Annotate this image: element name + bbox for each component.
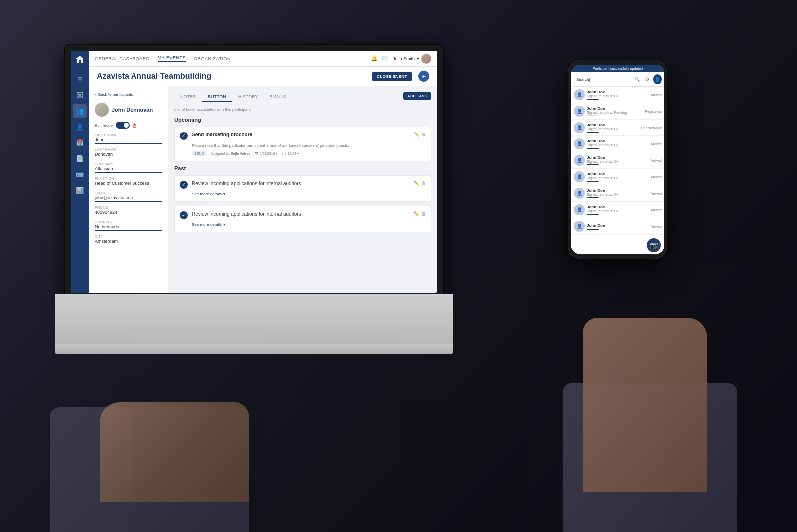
nav-general-dashboard[interactable]: GENERAL DASHBOARD xyxy=(95,56,150,61)
tab-emails[interactable]: EMAILS xyxy=(264,92,292,102)
bell-icon[interactable]: 🔔 xyxy=(371,55,378,62)
mail-icon[interactable]: ✉️ xyxy=(382,55,389,62)
phone-participant-avatar: 👤 xyxy=(574,188,585,199)
phone-participant-avatar: 👤 xyxy=(574,89,585,100)
phone-list-item[interactable]: 👤 John Doe Signature status: Pending Reg… xyxy=(571,103,664,120)
sidebar-icon-media[interactable]: 🖼 xyxy=(73,88,87,102)
phone-bezel: Participant successfully updated 🔍 ⚙ 👤 👤… xyxy=(568,60,667,259)
function-value[interactable]: Head of Customer Success xyxy=(95,181,162,187)
phone-item-info: John Doe Signature status: Ok xyxy=(587,205,649,215)
app-container: ⊞ 🖼 👥 👤 📅 📄 🪪 📊 GENERAL DASHBOARD MY EVE… xyxy=(71,51,437,293)
field-email: Email john@azavista.com xyxy=(95,191,162,202)
nav-my-events[interactable]: MY EVENTS xyxy=(158,55,186,62)
chevron-down-icon-2: ▾ xyxy=(223,222,225,227)
user-menu[interactable]: John Smith ▾ xyxy=(393,54,431,64)
edit-task-icon[interactable]: ✏️ xyxy=(414,132,419,137)
nav-organization[interactable]: ORGANIZATION xyxy=(194,56,231,61)
company-label: Company xyxy=(95,162,162,166)
edit-mode-label: Edit mode xyxy=(95,123,113,128)
phone-camera-icon[interactable]: 📷 xyxy=(647,238,661,252)
phone-participant-avatar: 👤 xyxy=(574,155,585,166)
see-more-details-2[interactable]: See more details ▾ xyxy=(192,222,426,227)
phone-list-item[interactable]: 👤 John Doe Signature status: Ok Checked-… xyxy=(571,120,664,136)
tab-history[interactable]: HISTORY xyxy=(232,92,264,102)
phone-item-badge: Arrived xyxy=(651,208,662,212)
phone-item-badge: Arrived xyxy=(651,142,662,146)
phone-item-badge: Arrived xyxy=(651,192,662,195)
last-name-value[interactable]: Donovan xyxy=(95,152,162,158)
nav-icons: 🔔 ✉️ John Smith ▾ xyxy=(371,54,431,64)
phone-filter-icon[interactable]: ⚙ xyxy=(643,75,651,84)
task-card-upcoming: ✓ Send marketing brochure ✏️ 🗑 Please no… xyxy=(174,127,431,161)
back-to-participants-link[interactable]: < Back to participants xyxy=(95,92,162,97)
phone-search-input[interactable] xyxy=(574,76,631,83)
phone-list-item[interactable]: 👤 John Doe Signature status: Ok Arrived xyxy=(571,136,664,152)
city-value[interactable]: Amsterdam xyxy=(95,239,162,245)
phone-item-name: John Doe xyxy=(587,123,639,127)
past-task-card-1: ✓ Review incoming applications for inter… xyxy=(174,175,431,202)
phone-participant-avatar: 👤 xyxy=(574,221,585,232)
chevron-down-icon: ▾ xyxy=(223,192,225,196)
field-function: Function Head of Customer Success xyxy=(95,177,162,187)
close-event-button[interactable]: CLOSE EVENT xyxy=(372,72,412,81)
task-date[interactable]: 📅 1/23/2019 ▾ xyxy=(254,152,278,156)
delete-participant-icon[interactable]: 🗑 xyxy=(133,123,137,128)
add-event-button[interactable]: + xyxy=(418,71,429,82)
phone-search-icon[interactable]: 🔍 xyxy=(633,75,641,84)
sidebar-icon-document[interactable]: 📄 xyxy=(73,151,87,165)
phone-item-status: Signature status: Ok xyxy=(587,209,649,213)
see-more-details-1[interactable]: See more details ▾ xyxy=(192,192,426,196)
phone-item-progress-bar xyxy=(587,115,599,116)
phone-list-item[interactable]: 👤 John Doe Signature status: Ok Arrived xyxy=(571,169,664,185)
sidebar-icon-calendar[interactable]: 📅 xyxy=(73,135,87,149)
edit-past-task-1-icon[interactable]: ✏️ xyxy=(414,181,419,186)
laptop: ⊞ 🖼 👥 👤 📅 📄 🪪 📊 GENERAL DASHBOARD MY EVE… xyxy=(65,45,443,354)
task-actions: ✏️ 🗑 xyxy=(414,132,426,137)
past-task-1-header: ✓ Review incoming applications for inter… xyxy=(180,181,426,189)
past-task-2-title: Review incoming applications for interna… xyxy=(192,211,410,217)
add-task-button[interactable]: ADD TASK xyxy=(403,92,431,100)
phone-item-progress-bar xyxy=(587,214,599,215)
sidebar-icon-participants[interactable]: 👥 xyxy=(73,104,87,118)
edit-mode-toggle[interactable] xyxy=(116,122,130,129)
company-value[interactable]: Atlassian xyxy=(95,166,162,173)
email-value[interactable]: john@azavista.com xyxy=(95,195,162,202)
phone-list-item[interactable]: 👤 John Doe Signature status: Ok Arrived xyxy=(571,87,664,103)
function-label: Function xyxy=(95,177,162,180)
phone: Participant successfully updated 🔍 ⚙ 👤 👤… xyxy=(568,60,667,259)
phone-item-badge: Arrived xyxy=(651,159,662,162)
sidebar: ⊞ 🖼 👥 👤 📅 📄 🪪 📊 xyxy=(71,51,89,293)
phone-list-item[interactable]: 👤 John Doe Signature status: Ok Arrived xyxy=(571,185,664,202)
phone-item-info: John Doe Signature status: Pending xyxy=(587,106,643,116)
first-name-value[interactable]: John xyxy=(95,137,162,144)
phone-item-name: John Doe xyxy=(587,188,649,193)
task-time[interactable]: 🕐 12:54 ▾ xyxy=(282,152,299,156)
phone-list-item[interactable]: 👤 John Doe Signature status: Ok Arrived xyxy=(571,152,664,169)
task-meta: SEND Assigned to: Sejla Vatres 📅 1/23/20… xyxy=(192,151,426,156)
past-task-2-check-icon: ✓ xyxy=(180,211,188,219)
chevron-down-icon: ▾ xyxy=(417,56,419,61)
sidebar-icon-person[interactable]: 👤 xyxy=(73,120,87,133)
delete-past-task-1-icon[interactable]: 🗑 xyxy=(421,181,426,186)
sidebar-icon-card[interactable]: 🪪 xyxy=(73,167,87,181)
delete-task-icon[interactable]: 🗑 xyxy=(421,132,426,137)
phone-list-item[interactable]: 👤 John Doe Arrived xyxy=(571,218,664,235)
phone-value[interactable]: 482924924 xyxy=(95,210,162,216)
tab-notes[interactable]: NOTES xyxy=(174,92,202,102)
phone-item-info: John Doe Signature status: Ok xyxy=(587,90,649,100)
country-value[interactable]: Netherlands xyxy=(95,224,162,231)
phone-item-progress-bar xyxy=(587,197,599,198)
phone-screen: Participant successfully updated 🔍 ⚙ 👤 👤… xyxy=(571,65,664,254)
phone-item-status: Signature status: Pending xyxy=(587,111,643,114)
phone-add-user-icon[interactable]: 👤 xyxy=(653,74,662,84)
task-description: Please note that this particular partici… xyxy=(192,143,426,148)
logo xyxy=(74,55,85,66)
sidebar-icon-analytics[interactable]: 📊 xyxy=(73,183,87,197)
edit-past-task-2-icon[interactable]: ✏️ xyxy=(414,211,419,216)
phone-list-item[interactable]: 👤 John Doe Signature status: Ok Arrived xyxy=(571,202,664,218)
delete-past-task-2-icon[interactable]: 🗑 xyxy=(421,211,426,216)
clock-icon: 🕐 xyxy=(282,152,286,155)
sidebar-icon-dashboard[interactable]: ⊞ xyxy=(73,72,87,86)
tab-button[interactable]: BUTTON xyxy=(202,92,232,102)
user-avatar[interactable] xyxy=(421,54,431,64)
